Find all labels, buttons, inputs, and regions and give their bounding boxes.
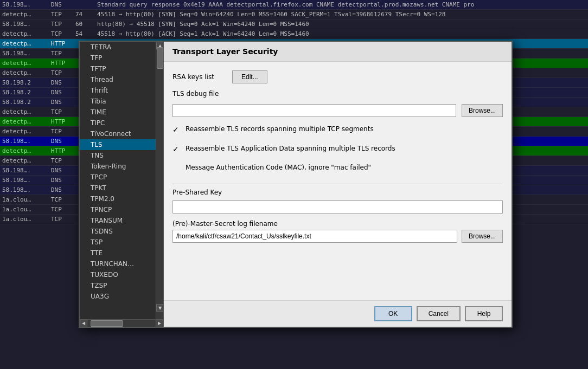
tls-debug-input-row: Browse... <box>172 104 503 117</box>
scroll-left-arrow[interactable]: ◀ <box>80 320 87 327</box>
protocol-list-container: TETRATFPTFTPThreadThriftTibiaTIMETIPCTiV… <box>80 42 163 319</box>
reassemble-appdata-check: ✓ <box>172 144 181 155</box>
tls-content: RSA keys list Edit... TLS debug file Bro… <box>164 62 512 300</box>
protocol-list-item[interactable]: Tibia <box>80 96 163 107</box>
protocol-list-item[interactable]: UA3G <box>80 291 163 302</box>
protocol-list-item[interactable]: TIME <box>80 107 163 118</box>
master-secret-input[interactable] <box>172 230 457 243</box>
vertical-scrollbar[interactable]: ▲ ▼ <box>156 42 163 319</box>
master-secret-label: (Pre)-Master-Secret log filename <box>172 220 503 228</box>
protocol-list-panel: TETRATFPTFTPThreadThriftTibiaTIMETIPCTiV… <box>80 42 164 327</box>
packet-row[interactable]: 58.198….TCP60http(80) → 45518 [SYN] Seq=… <box>0 20 588 29</box>
protocol-list-item[interactable]: TSP <box>80 237 163 248</box>
protocol-list-item[interactable]: TPM2.0 <box>80 193 163 204</box>
reassemble-appdata-row: ✓ Reassemble TLS Application Data spanni… <box>172 143 503 156</box>
pre-shared-key-input[interactable] <box>172 200 503 213</box>
packet-row[interactable]: detectp…TCP7445518 → http(80) [SYN] Seq=… <box>0 10 588 20</box>
protocol-list-item[interactable]: TUXEDO <box>80 269 163 280</box>
protocol-list-item[interactable]: TFP <box>80 53 163 63</box>
h-scrollbar-thumb[interactable] <box>91 320 123 327</box>
tls-panel-header: Transport Layer Security <box>164 42 512 62</box>
scroll-down-arrow[interactable]: ▼ <box>156 304 163 312</box>
master-secret-browse-button[interactable]: Browse... <box>462 230 503 243</box>
mac-ignore-label[interactable]: Message Authentication Code (MAC), ignor… <box>186 163 371 172</box>
dialog-footer: OK Cancel Help <box>164 300 512 327</box>
master-secret-input-row: Browse... <box>172 230 503 243</box>
tls-debug-input[interactable] <box>172 104 456 117</box>
rsa-keys-label: RSA keys list <box>172 73 227 81</box>
protocol-list-item[interactable]: TZSP <box>80 280 163 291</box>
pre-shared-key-section: Pre-Shared Key <box>172 184 503 213</box>
pre-shared-key-title: Pre-Shared Key <box>172 184 503 196</box>
tls-debug-label: TLS debug file <box>172 90 227 98</box>
help-button[interactable]: Help <box>465 306 503 321</box>
scrollbar-thumb[interactable] <box>157 47 163 69</box>
protocol-list-item[interactable]: TLS <box>80 139 163 150</box>
protocol-list-item[interactable]: TiVoConnect <box>80 128 163 139</box>
protocol-list-item[interactable]: TFTP <box>80 63 163 74</box>
protocol-list-item[interactable]: TSDNS <box>80 226 163 237</box>
ok-button[interactable]: OK <box>374 306 412 321</box>
protocol-list-item[interactable]: Thrift <box>80 85 163 96</box>
protocol-list-item[interactable]: Thread <box>80 74 163 85</box>
preferences-dialog: TETRATFPTFTPThreadThriftTibiaTIMETIPCTiV… <box>79 41 513 328</box>
protocol-list-item[interactable]: TPCP <box>80 172 163 183</box>
protocol-list-item[interactable]: TIPC <box>80 118 163 128</box>
rsa-keys-row: RSA keys list Edit... <box>172 70 503 83</box>
cancel-button[interactable]: Cancel <box>417 306 461 321</box>
reassemble-records-row: ✓ Reassemble TLS records spanning multip… <box>172 124 503 137</box>
master-secret-row: (Pre)-Master-Secret log filename Browse.… <box>172 220 503 243</box>
protocol-list-item[interactable]: TNS <box>80 150 163 161</box>
packet-row[interactable]: detectp…TCP5445518 → http(80) [ACK] Seq=… <box>0 29 588 39</box>
protocol-list-item[interactable]: TTE <box>80 248 163 258</box>
tls-title: Transport Layer Security <box>172 47 278 56</box>
tls-settings-panel: Transport Layer Security RSA keys list E… <box>164 42 512 327</box>
edit-rsa-button[interactable]: Edit... <box>232 70 267 83</box>
protocol-list-item[interactable]: TPNCP <box>80 204 163 215</box>
protocol-list-item[interactable]: TURNCHAN… <box>80 258 163 269</box>
protocol-list-item[interactable]: TRANSUM <box>80 215 163 226</box>
protocol-list[interactable]: TETRATFPTFTPThreadThriftTibiaTIMETIPCTiV… <box>80 42 163 319</box>
protocol-list-item[interactable]: TPKT <box>80 183 163 193</box>
tls-debug-browse-button[interactable]: Browse... <box>462 104 503 117</box>
protocol-list-item[interactable]: TETRA <box>80 42 163 53</box>
reassemble-appdata-label[interactable]: Reassemble TLS Application Data spanning… <box>186 144 395 153</box>
horizontal-scrollbar[interactable]: ◀ ▶ <box>80 319 163 327</box>
reassemble-records-check: ✓ <box>172 125 181 135</box>
scroll-right-arrow[interactable]: ▶ <box>156 320 163 327</box>
packet-row[interactable]: 58.198….DNSStandard query response 0x4e1… <box>0 0 588 10</box>
protocol-list-item[interactable]: Token-Ring <box>80 161 163 172</box>
reassemble-records-label[interactable]: Reassemble TLS records spanning multiple… <box>186 125 374 134</box>
tls-debug-row: TLS debug file <box>172 90 503 98</box>
mac-ignore-row: ✓ Message Authentication Code (MAC), ign… <box>172 162 503 175</box>
